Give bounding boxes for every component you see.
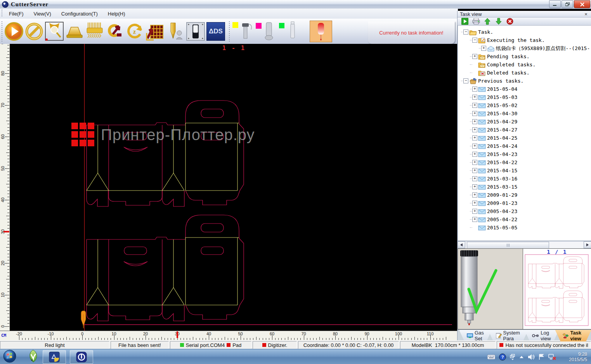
plotter-bed-button[interactable] xyxy=(64,21,85,42)
move-down-button[interactable] xyxy=(494,17,503,25)
expand-toggle[interactable]: + xyxy=(472,176,477,181)
tree-item[interactable]: +2015-04-27 xyxy=(458,126,591,134)
start-cut-button[interactable] xyxy=(4,21,24,42)
tree-item[interactable]: +Pending tasks. xyxy=(458,52,591,61)
expand-toggle[interactable]: + xyxy=(472,168,477,173)
ads-taskbar-button[interactable] xyxy=(43,350,66,364)
network-icon[interactable] xyxy=(548,354,556,360)
expand-toggle[interactable]: + xyxy=(472,119,477,124)
rotate-button[interactable]: z xyxy=(125,21,145,42)
tree-item-label: Executing the task. xyxy=(487,37,545,43)
tree-item[interactable]: +2005-04-23 xyxy=(458,207,591,215)
tab-gas-set[interactable]: Gas Set xyxy=(459,330,492,341)
expand-toggle[interactable]: + xyxy=(472,144,477,149)
tree-horizontal-scrollbar[interactable] xyxy=(458,241,591,248)
tree-item[interactable]: 2015-05-05 xyxy=(458,224,591,232)
expand-toggle[interactable]: + xyxy=(472,127,477,132)
cutterserver-taskbar-button[interactable] xyxy=(70,350,93,364)
minimize-button[interactable] xyxy=(549,0,561,8)
tree-item[interactable]: +2015-04-15 xyxy=(458,166,591,175)
tree-item[interactable]: +2015-04-29 xyxy=(458,118,591,126)
red-pen-button[interactable] xyxy=(310,21,332,42)
scroll-right-button[interactable] xyxy=(584,241,591,248)
delete-task-button[interactable] xyxy=(506,17,514,25)
menu-help[interactable]: Help(H) xyxy=(103,10,130,18)
tree-item[interactable]: +2015-04-30 xyxy=(458,109,591,118)
tree-item[interactable]: +2015-04-24 xyxy=(458,142,591,150)
menu-configuration[interactable]: Configuration(T) xyxy=(56,10,103,18)
scroll-left-button[interactable] xyxy=(458,241,465,248)
stop-cut-button[interactable] xyxy=(24,21,44,42)
tool-magenta-button[interactable] xyxy=(255,21,278,42)
print-task-button[interactable] xyxy=(472,17,480,25)
start-button[interactable] xyxy=(3,350,16,364)
restore-button[interactable] xyxy=(562,0,573,8)
window-switch-icon[interactable] xyxy=(510,354,515,360)
expand-toggle[interactable]: + xyxy=(472,160,477,165)
scrollbar-track[interactable] xyxy=(465,242,584,248)
tab-task-view[interactable]: Task view xyxy=(555,330,591,341)
expand-toggle[interactable]: + xyxy=(472,135,477,140)
move-up-button[interactable] xyxy=(483,17,492,25)
coreldraw-button[interactable] xyxy=(27,350,39,364)
expand-toggle[interactable]: + xyxy=(472,87,477,92)
keyboard-icon[interactable] xyxy=(487,355,495,359)
run-task-button[interactable] xyxy=(461,17,469,25)
menu-view[interactable]: View(V) xyxy=(29,10,56,18)
scrollbar-thumb[interactable] xyxy=(467,242,549,249)
panel-close-button[interactable]: × xyxy=(583,11,589,17)
tree-item[interactable]: +2015-04-25 xyxy=(458,134,591,142)
expand-toggle[interactable]: + xyxy=(472,95,477,100)
collapse-toggle[interactable]: − xyxy=(463,78,468,83)
plotter-head-cursor[interactable] xyxy=(81,311,86,328)
menu-file[interactable]: File(F) xyxy=(4,10,29,18)
ads-button[interactable]: ΔDS xyxy=(206,21,226,42)
zoom-tool-button[interactable] xyxy=(44,21,64,42)
tree-item[interactable]: +2015-03-16 xyxy=(458,175,591,183)
tree-item[interactable]: +2015-05-03 xyxy=(458,93,591,101)
power-switch-button[interactable] xyxy=(185,21,206,42)
tree-item[interactable]: +2015-05-02 xyxy=(458,101,591,109)
expand-toggle[interactable]: + xyxy=(472,209,477,214)
digitize-pen-button[interactable] xyxy=(165,21,185,42)
volume-icon[interactable] xyxy=(528,354,535,360)
tree-item[interactable]: −Executing the task. xyxy=(458,36,591,44)
tool-yellow-button[interactable] xyxy=(231,21,255,42)
tree-item[interactable]: +2015-04-22 xyxy=(458,158,591,166)
expand-toggle[interactable]: + xyxy=(472,201,477,206)
comb-button[interactable] xyxy=(85,21,105,42)
tree-item[interactable]: Completed tasks. xyxy=(458,61,591,69)
tab-log-view[interactable]: Log view xyxy=(524,330,559,341)
collapse-toggle[interactable]: − xyxy=(463,29,468,35)
tree-item[interactable]: +2005-04-22 xyxy=(458,215,591,224)
tool-green-button[interactable] xyxy=(278,21,301,42)
action-center-flag-icon[interactable] xyxy=(539,354,544,360)
drawing-canvas[interactable]: Принтер-Плоттер.ру 1 - 1 xyxy=(10,44,457,331)
origin-move-button[interactable] xyxy=(105,21,125,42)
expand-toggle[interactable]: + xyxy=(472,152,477,157)
system-tray: ? 9:28 2015/5/5 xyxy=(487,352,591,362)
tree-item[interactable]: +2009-01-23 xyxy=(458,199,591,207)
tree-item[interactable]: −Task. xyxy=(458,28,591,36)
tree-item[interactable]: −Previous tasks. xyxy=(458,77,591,85)
expand-toggle[interactable]: + xyxy=(472,192,477,198)
tree-item[interactable]: +2015-03-15 xyxy=(458,183,591,191)
tree-item[interactable]: +纸袋白卡（595X889)原点切割--(2015- xyxy=(458,44,591,52)
collapse-toggle[interactable]: − xyxy=(472,38,477,43)
expand-toggle[interactable]: + xyxy=(472,103,477,108)
taskbar-clock[interactable]: 9:28 2015/5/5 xyxy=(560,352,587,362)
tree-item[interactable]: +2015-05-04 xyxy=(458,85,591,93)
tree-item[interactable]: +2009-01-29 xyxy=(458,191,591,199)
close-button[interactable] xyxy=(574,0,590,8)
show-hidden-icons[interactable] xyxy=(519,355,524,359)
help-icon[interactable]: ? xyxy=(499,354,506,361)
tree-item[interactable]: Deleted tasks. xyxy=(458,69,591,77)
expand-toggle[interactable]: + xyxy=(481,46,486,51)
expand-toggle[interactable]: + xyxy=(472,54,477,59)
grid-move-button[interactable] xyxy=(145,21,165,42)
expand-toggle[interactable]: + xyxy=(472,111,477,116)
tree-item[interactable]: +2015-04-23 xyxy=(458,150,591,158)
expand-toggle[interactable]: + xyxy=(472,184,477,189)
expand-toggle[interactable]: + xyxy=(472,217,477,222)
tab-system-para[interactable]: System Para xyxy=(488,330,529,341)
